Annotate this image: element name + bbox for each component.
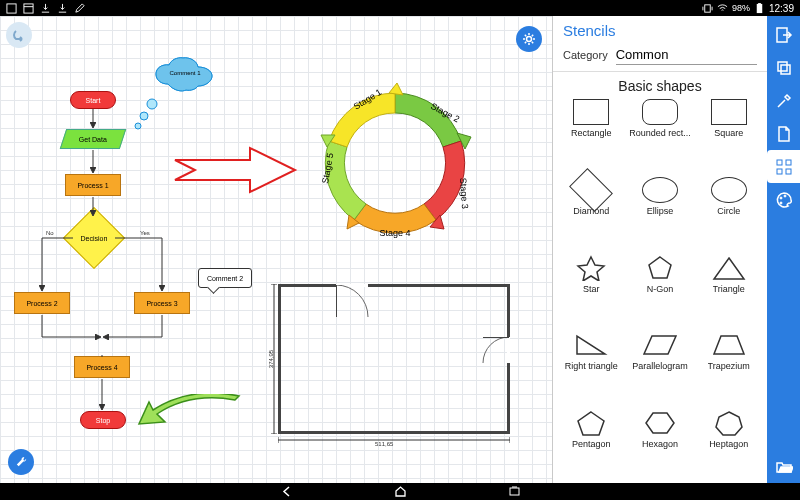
svg-text:Stage 4: Stage 4 (379, 228, 410, 238)
shape-square[interactable]: Square (694, 96, 763, 154)
section-title: Basic shapes (553, 72, 767, 96)
android-nav-bar (0, 483, 800, 500)
page-button[interactable] (767, 117, 800, 150)
wrench-icon (14, 455, 29, 470)
app-icon (23, 3, 34, 14)
cycle-diagram[interactable]: Stage 2 Stage 3 Stage 4 Stage 5 Stage 1 (300, 68, 490, 258)
open-folder-button[interactable] (767, 450, 800, 483)
svg-rect-20 (777, 169, 782, 174)
svg-rect-16 (778, 62, 787, 71)
shapes-grid: Rectangle Rounded rect... Square Diamond… (553, 96, 767, 483)
tools-button[interactable] (8, 449, 34, 475)
gear-icon (521, 31, 537, 47)
comment-cloud[interactable]: Comment 1 (150, 56, 220, 98)
shape-trapezium[interactable]: Trapezium (694, 329, 763, 387)
shape-triangle[interactable]: Triangle (694, 252, 763, 310)
dim-line-v (270, 284, 278, 434)
svg-point-8 (140, 112, 148, 120)
category-select[interactable]: Common (616, 45, 757, 65)
copy-button[interactable] (767, 51, 800, 84)
vertical-toolbar (767, 16, 800, 483)
svg-point-7 (147, 99, 157, 109)
shape-pentagon[interactable]: Pentagon (557, 407, 626, 465)
palette-button[interactable] (767, 183, 800, 216)
svg-text:Stage 3: Stage 3 (458, 177, 470, 209)
nav-recent[interactable] (507, 485, 521, 499)
floorplan[interactable] (278, 284, 510, 434)
copy-icon (775, 59, 793, 77)
svg-rect-18 (777, 160, 782, 165)
download-icon (40, 3, 51, 14)
shape-right-triangle[interactable]: Right triangle (557, 329, 626, 387)
app-icon (6, 3, 17, 14)
battery-icon (754, 3, 765, 14)
nav-back[interactable] (279, 485, 293, 499)
svg-point-9 (135, 123, 141, 129)
comment-bubble[interactable]: Comment 2 (198, 268, 252, 288)
edit-icon (74, 3, 85, 14)
shape-hexagon[interactable]: Hexagon (626, 407, 695, 465)
svg-rect-25 (510, 488, 519, 495)
settings-button[interactable] (516, 26, 542, 52)
svg-rect-3 (757, 3, 763, 12)
shape-star[interactable]: Star (557, 252, 626, 310)
dim-line-h (278, 436, 510, 444)
svg-rect-2 (705, 4, 711, 11)
decision-no-label: No (46, 230, 54, 236)
shape-heptagon[interactable]: Heptagon (694, 407, 763, 465)
android-status-bar: 98% 12:39 (0, 0, 800, 16)
svg-point-22 (780, 197, 782, 199)
svg-rect-21 (786, 169, 791, 174)
undo-icon (11, 27, 27, 43)
shape-ellipse[interactable]: Ellipse (626, 174, 695, 232)
svg-rect-4 (758, 3, 761, 4)
shape-parallelogram[interactable]: Parallelogram (626, 329, 695, 387)
svg-point-23 (784, 195, 786, 197)
category-label: Category (563, 49, 608, 61)
shape-circle[interactable]: Circle (694, 174, 763, 232)
svg-text:Comment 1: Comment 1 (169, 70, 201, 76)
battery-percent: 98% (732, 3, 750, 13)
shape-diamond[interactable]: Diamond (557, 174, 626, 232)
panel-title: Stencils (553, 16, 767, 43)
decision-yes-label: Yes (140, 230, 150, 236)
shape-ngon[interactable]: N-Gon (626, 252, 695, 310)
shape-rounded-rect[interactable]: Rounded rect... (626, 96, 695, 154)
wifi-icon (717, 3, 728, 14)
svg-rect-17 (781, 65, 790, 74)
svg-rect-0 (7, 3, 16, 12)
diagram-canvas[interactable]: Start Get Data Process 1 Decision Proces… (0, 16, 552, 483)
download-icon (57, 3, 68, 14)
tools-icon (775, 92, 793, 110)
svg-rect-1 (24, 3, 33, 12)
stencils-button[interactable] (767, 150, 800, 183)
thought-bubbles (130, 98, 160, 138)
nav-home[interactable] (393, 485, 407, 499)
undo-button[interactable] (6, 22, 32, 48)
svg-point-24 (780, 202, 782, 204)
folder-open-icon (775, 458, 793, 476)
export-button[interactable] (767, 18, 800, 51)
settings-tool-button[interactable] (767, 84, 800, 117)
svg-rect-26 (512, 487, 517, 488)
export-icon (775, 26, 793, 44)
shape-rectangle[interactable]: Rectangle (557, 96, 626, 154)
palette-icon (775, 191, 793, 209)
page-icon (775, 125, 793, 143)
big-arrow[interactable] (170, 140, 300, 200)
svg-rect-19 (786, 160, 791, 165)
clock: 12:39 (769, 3, 794, 14)
shapes-icon (775, 158, 793, 176)
svg-point-5 (527, 37, 532, 42)
vibrate-icon (702, 3, 713, 14)
curved-arrow[interactable] (135, 394, 245, 438)
stencils-panel: Stencils Category Common Basic shapes Re… (552, 16, 767, 483)
